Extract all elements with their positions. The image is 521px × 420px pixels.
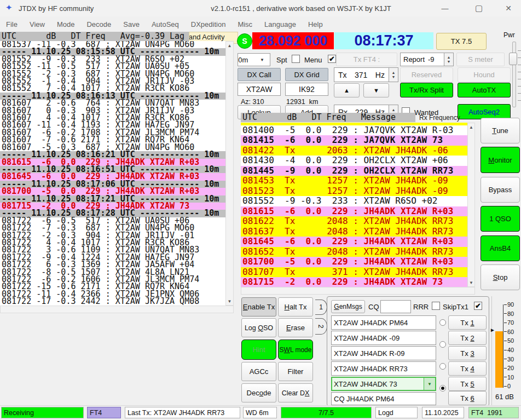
spin-up-icon[interactable]: ▲	[392, 108, 396, 112]
spin-up-icon[interactable]: ▲	[447, 55, 451, 60]
decoded-row[interactable]: 081652 Tx 2048 : XT2AW JH4ADK RR73	[241, 247, 467, 257]
log-qso-button[interactable]: Log QSO	[241, 318, 276, 337]
tab-tx-messages-1[interactable]: 1	[315, 300, 327, 315]
ansb4-button[interactable]: AnsB4	[481, 235, 520, 261]
report-spinner[interactable]: ▲ ▼	[444, 53, 454, 66]
rrr-checkbox[interactable]	[432, 302, 440, 310]
frequency-display[interactable]: 28.092 000	[252, 32, 334, 49]
tx3-button[interactable]: Tx 3	[448, 346, 487, 360]
decoded-row[interactable]: 081453 Tx 1257 : XT2AW JH4ADK -09	[241, 176, 467, 186]
tx-power-button[interactable]: TX 7.5	[436, 33, 487, 50]
decoded-row[interactable]: 081552 -9 -0.3 233 : XT2AW R6SO +02	[241, 196, 467, 206]
tune-button[interactable]: Tune	[481, 118, 520, 143]
hint-button[interactable]: Hint	[241, 340, 276, 360]
skiptx1-checkbox[interactable]: ✔	[474, 302, 482, 310]
tx1-button[interactable]: Tx 1	[448, 315, 487, 330]
tx1-radio[interactable]	[439, 319, 446, 326]
scroll-down-icon[interactable]: ▼	[226, 297, 233, 305]
monitor-button[interactable]: Monitor	[481, 147, 520, 173]
menu-item[interactable]: File	[0, 18, 24, 31]
txrx-split-button[interactable]: Tx/Rx Split	[400, 83, 453, 97]
one-qso-button[interactable]: 1 QSO	[481, 206, 520, 232]
menu-item[interactable]: Language	[258, 18, 302, 31]
scroll-up-icon[interactable]: ▲	[468, 123, 474, 131]
freq-up-button[interactable]: ▲	[334, 83, 360, 97]
pwr-slider-handle[interactable]	[509, 53, 517, 65]
rx-frequency-hscrollbar[interactable]: ◀ ▶	[241, 287, 475, 295]
tab-tx-messages-2[interactable]: 2	[315, 318, 327, 335]
maximize-icon[interactable]: ▢	[466, 0, 491, 16]
dx-grid-field[interactable]: IK92	[285, 83, 328, 96]
decoded-row[interactable]: 081615 -6 0.0 229 : JH4ADK XT2AW R+03	[241, 206, 467, 217]
menu-item[interactable]: Save	[117, 18, 146, 31]
tx6-message-field[interactable]: CQ JH4ADK PM64	[331, 392, 436, 405]
freq-down-button[interactable]: ▼	[363, 83, 389, 97]
menu-item[interactable]: Decode	[80, 18, 117, 31]
autoseq-button[interactable]: AutoSeq2	[458, 104, 511, 119]
tx-offset-spinbox[interactable]: Tx 371 Hz	[334, 67, 389, 82]
enable-tx-button[interactable]: Enable Tx	[241, 297, 276, 317]
menu-checkbox[interactable]: ✔	[328, 55, 336, 63]
stop-button[interactable]: Stop	[481, 264, 520, 290]
decoded-row[interactable]: 081415 -6 0.0 229 : JA7QVK XT2AW 73	[241, 135, 467, 146]
filter-button[interactable]: Filter	[278, 362, 313, 381]
genmsgs-button[interactable]: GenMsgs	[331, 300, 365, 313]
decoded-row[interactable]: 081637 Tx 2048 : XT2AW JH4ADK RR73	[241, 227, 467, 237]
bypass-button[interactable]: Bypass	[481, 177, 520, 203]
spin-down-icon[interactable]: ▼	[447, 60, 451, 64]
menu-item[interactable]: DXpedition	[185, 18, 232, 31]
tx6-button[interactable]: Tx 6	[448, 391, 487, 405]
scroll-down-icon[interactable]: ▼	[468, 279, 474, 286]
band-activity-hscrollbar[interactable]: ◀ ▶	[0, 306, 234, 313]
signal-status-badge[interactable]: S	[237, 33, 252, 49]
tx4-radio[interactable]	[439, 385, 446, 392]
decoded-row[interactable]: 081622 Tx 2048 : XT2AW JH4ADK RR73	[241, 216, 467, 227]
tx-offset-spinner[interactable]: ▲ ▼	[389, 67, 398, 82]
rx-frequency-vscrollbar[interactable]: ▲ ▼	[467, 123, 475, 287]
tx5-message-combo[interactable]: XT2AW JH4ADK 73 ▼	[331, 377, 436, 391]
report-spinbox[interactable]: Report -9	[400, 53, 444, 66]
swl-mode-button[interactable]: SWL mode	[278, 340, 313, 360]
close-icon[interactable]: ✕	[496, 0, 521, 16]
tx3-radio[interactable]	[439, 363, 446, 370]
tx1-message-field[interactable]: XT2AW JH4ADK PM64	[331, 315, 436, 330]
clear-dx-button[interactable]: Clear DX	[278, 383, 313, 402]
tx2-radio[interactable]	[439, 341, 446, 348]
spt-checkbox[interactable]	[292, 55, 300, 63]
dx-call-field[interactable]: XT2AW	[238, 83, 281, 96]
tx2-message-field[interactable]: XT2AW JH4ADK -09	[331, 331, 436, 345]
decoded-row[interactable]: 081422 Tx 2063 : XT2AW JH4ADK -06	[241, 146, 467, 156]
tx4-message-field[interactable]: XT2AW JH4ADK RR73	[331, 361, 436, 376]
autotx-button[interactable]: AutoTX	[458, 83, 511, 97]
decoded-row[interactable]: 081523 Tx 1257 : XT2AW JH4ADK -09	[241, 186, 467, 197]
menu-item[interactable]: Mode	[51, 18, 81, 31]
decoded-row[interactable]: 081445 -9 0.0 229 : OH2CLX XT2AW RR73	[241, 166, 467, 176]
decoded-row[interactable]: 081400 -5 0.0 229 : JA7QVK XT2AW R-03	[241, 125, 467, 136]
menu-item[interactable]: Help	[302, 18, 329, 31]
pwr-slider-track[interactable]	[512, 42, 516, 107]
tx3-message-field[interactable]: XT2AW JH4ADK R-09	[331, 346, 436, 360]
tx4-button[interactable]: Tx 4	[448, 361, 487, 376]
minimize-icon[interactable]: —	[432, 0, 458, 16]
decoded-row[interactable]: 081715 -2 0.0 229 : JH4ADK XT2AW 73	[241, 277, 467, 287]
agcc-button[interactable]: AGCc	[241, 362, 276, 381]
menu-item[interactable]: AutoSeq	[146, 18, 185, 31]
tx2-button[interactable]: Tx 2	[448, 331, 487, 345]
dx-call-button[interactable]: DX Call	[238, 68, 281, 81]
chevron-down-icon[interactable]: ▼	[424, 378, 435, 390]
erase-button[interactable]: Erase	[278, 318, 313, 337]
spin-down-icon[interactable]: ▼	[392, 75, 396, 79]
decoded-row[interactable]: 081700 -5 0.0 229 : JH4ADK XT2AW R+03	[241, 257, 467, 267]
decoded-row[interactable]: 081645 -6 0.0 229 : JH4ADK XT2AW R+03	[241, 237, 467, 247]
cq-input[interactable]	[380, 300, 411, 313]
spin-up-icon[interactable]: ▲	[392, 71, 396, 75]
decoded-row[interactable]: 081430 -4 0.0 229 : OH2CLX XT2AW +06	[241, 156, 467, 166]
scroll-up-icon[interactable]: ▲	[226, 42, 233, 49]
menu-item[interactable]: Misc	[231, 18, 258, 31]
halt-tx-button[interactable]: Halt Tx	[278, 297, 313, 317]
band-combo[interactable]: 10m ▼	[238, 53, 270, 66]
band-activity-vscrollbar[interactable]: ▲ ▼	[225, 41, 234, 306]
decoded-row[interactable]: 081707 Tx 371 : XT2AW JH4ADK RR73	[241, 267, 467, 278]
tx5-button[interactable]: Tx 5	[448, 377, 487, 391]
decoded-row[interactable]: 081722 -17 -0.3 2442 : XT2AW JK7JZA QM08	[0, 298, 225, 305]
